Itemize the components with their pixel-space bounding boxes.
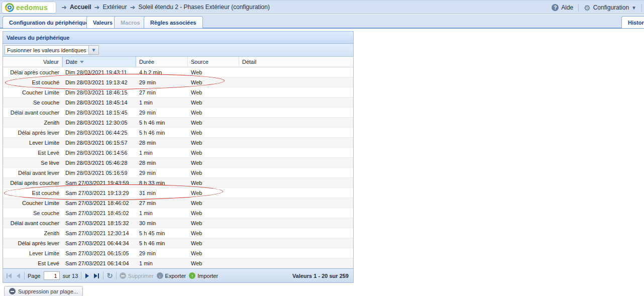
table-row[interactable]: Délai avant lever Dim 28/03/2021 05:16:5… bbox=[3, 168, 353, 178]
eedomus-logo[interactable]: eedomus bbox=[2, 2, 56, 14]
table-row[interactable]: Se couche Dim 28/03/2021 18:45:14 1 min … bbox=[3, 97, 353, 108]
cell-valeur: Se lève bbox=[3, 158, 62, 167]
cell-source: Web bbox=[188, 168, 239, 177]
import-button[interactable]: ↑ Importer bbox=[189, 272, 218, 279]
cell-valeur: Délai après lever bbox=[3, 238, 62, 248]
cell-source: Web bbox=[188, 128, 239, 137]
cell-detail bbox=[239, 218, 353, 228]
table-row[interactable]: Délai après lever Sam 27/03/2021 06:44:3… bbox=[3, 238, 353, 248]
cell-date: Dim 28/03/2021 18:46:15 bbox=[62, 87, 136, 97]
page-total-label: sur 13 bbox=[63, 273, 78, 279]
divider bbox=[578, 4, 579, 12]
cell-source: Web bbox=[188, 67, 239, 77]
cell-duree: 28 min bbox=[136, 138, 188, 147]
cell-source: Web bbox=[188, 218, 239, 228]
help-button[interactable]: ? Aide bbox=[552, 4, 573, 11]
cell-valeur: Délai avant coucher bbox=[3, 108, 62, 117]
cell-date: Dim 28/03/2021 06:44:25 bbox=[62, 128, 136, 137]
configuration-menu-button[interactable]: ⚙ Configuration ▼ bbox=[584, 4, 636, 12]
column-header-date[interactable]: Date bbox=[62, 57, 136, 67]
table-row[interactable]: Se couche Sam 27/03/2021 18:45:02 1 min … bbox=[3, 208, 353, 218]
table-row[interactable]: Coucher Limite Dim 28/03/2021 18:46:15 2… bbox=[3, 87, 353, 97]
cell-date: Dim 28/03/2021 19:13:42 bbox=[62, 77, 136, 87]
merge-values-dropdown-value: Fusionner les valeurs identiques bbox=[5, 45, 89, 55]
cell-duree: 5 h 46 min bbox=[136, 128, 188, 137]
cell-date: Sam 27/03/2021 19:13:29 bbox=[62, 188, 136, 198]
column-header-detail[interactable]: Détail bbox=[239, 57, 353, 67]
column-header-valeur[interactable]: Valeur bbox=[3, 57, 62, 67]
panel-title: Valeurs du périphérique bbox=[3, 32, 353, 44]
cell-detail bbox=[239, 158, 353, 167]
column-header-duree[interactable]: Durée bbox=[136, 57, 188, 67]
cell-valeur: Délai après coucher bbox=[3, 67, 62, 77]
cell-date: Sam 27/03/2021 06:14:04 bbox=[62, 258, 136, 268]
cell-duree: 29 min bbox=[136, 248, 188, 258]
cell-date: Dim 28/03/2021 06:14:56 bbox=[62, 148, 136, 157]
cell-date: Sam 27/03/2021 12:30:14 bbox=[62, 228, 136, 238]
cell-date: Sam 27/03/2021 18:15:32 bbox=[62, 218, 136, 228]
cell-source: Web bbox=[188, 248, 239, 258]
cell-duree: 5 h 45 min bbox=[136, 228, 188, 238]
chevron-down-icon: ▼ bbox=[91, 47, 96, 53]
table-row[interactable]: Zenith Sam 27/03/2021 12:30:14 5 h 45 mi… bbox=[3, 228, 353, 238]
table-row[interactable]: Délai avant coucher Dim 28/03/2021 18:15… bbox=[3, 108, 353, 118]
range-delete-button[interactable]: Suppression par plage... bbox=[4, 286, 83, 296]
table-row[interactable]: Se lève Dim 28/03/2021 05:46:28 28 min W… bbox=[3, 158, 353, 168]
table-row[interactable]: Délai après coucher Dim 28/03/2021 19:43… bbox=[3, 67, 353, 77]
tab-regles-associees[interactable]: Règles associées bbox=[144, 16, 203, 28]
breadcrumb-item-accueil[interactable]: ➜ Accueil bbox=[61, 4, 91, 11]
table-row[interactable]: Lever Limite Dim 28/03/2021 06:15:57 28 … bbox=[3, 138, 353, 148]
arrow-right-icon: ➜ bbox=[130, 4, 136, 11]
pagination-toolbar: Page sur 13 ↻ Supprimer ↓ Exporter ↑ bbox=[3, 268, 353, 282]
table-row[interactable]: Délai après coucher Sam 27/03/2021 19:43… bbox=[3, 178, 353, 188]
next-page-button[interactable] bbox=[84, 272, 90, 279]
table-row[interactable]: Est Levé Dim 28/03/2021 06:14:56 1 min W… bbox=[3, 148, 353, 158]
gear-icon: ⚙ bbox=[584, 4, 590, 12]
cell-duree: 1 min bbox=[136, 208, 188, 218]
divider bbox=[24, 272, 25, 279]
cell-valeur: Se couche bbox=[3, 97, 62, 107]
table-row[interactable]: Délai avant coucher Sam 27/03/2021 18:15… bbox=[3, 218, 353, 228]
cell-valeur: Coucher Limite bbox=[3, 87, 62, 97]
cell-detail bbox=[239, 148, 353, 157]
cell-duree: 31 min bbox=[136, 188, 188, 198]
cell-valeur: Est Levé bbox=[3, 258, 62, 268]
cell-source: Web bbox=[188, 208, 239, 218]
breadcrumb-item-device[interactable]: ➜ Soleil étendu 2 - Phases Extérieur (co… bbox=[130, 4, 270, 11]
cell-duree: 5 h 46 min bbox=[136, 238, 188, 248]
cell-duree: 1 min bbox=[136, 258, 188, 268]
cell-date: Sam 27/03/2021 06:44:34 bbox=[62, 238, 136, 248]
cell-detail bbox=[239, 238, 353, 248]
table-row[interactable]: Est couché Dim 28/03/2021 19:13:42 29 mi… bbox=[3, 77, 353, 87]
last-page-button[interactable] bbox=[93, 272, 100, 279]
cell-date: Dim 28/03/2021 18:45:14 bbox=[62, 97, 136, 107]
cell-date: Sam 27/03/2021 19:43:59 bbox=[62, 178, 136, 187]
table-row[interactable]: Est couché Sam 27/03/2021 19:13:29 31 mi… bbox=[3, 188, 353, 198]
refresh-icon[interactable]: ↻ bbox=[106, 272, 113, 279]
table-row[interactable]: Est Levé Sam 27/03/2021 06:14:04 1 min W… bbox=[3, 258, 353, 268]
merge-values-dropdown[interactable]: Fusionner les valeurs identiques ▼ bbox=[5, 45, 99, 55]
table-row[interactable]: Coucher Limite Sam 27/03/2021 18:46:02 2… bbox=[3, 198, 353, 208]
cell-source: Web bbox=[188, 77, 239, 87]
cell-source: Web bbox=[188, 87, 239, 97]
cell-date: Sam 27/03/2021 06:15:05 bbox=[62, 248, 136, 258]
table-row[interactable]: Lever Limite Sam 27/03/2021 06:15:05 29 … bbox=[3, 248, 353, 258]
tab-historique[interactable]: Historique bbox=[621, 16, 644, 28]
breadcrumb-item-exterieur[interactable]: ➜ Extérieur bbox=[94, 4, 127, 11]
page-number-input[interactable] bbox=[44, 271, 60, 280]
tab-configuration-du-peripherique[interactable]: Configuration du périphérique bbox=[3, 16, 95, 28]
table-row[interactable]: Délai après lever Dim 28/03/2021 06:44:2… bbox=[3, 128, 353, 138]
table-row[interactable]: Zenith Dim 28/03/2021 12:30:05 5 h 46 mi… bbox=[3, 118, 353, 128]
tab-strip: Configuration du périphérique Valeurs Ma… bbox=[0, 15, 644, 29]
help-icon: ? bbox=[552, 4, 559, 11]
dropdown-trigger-button[interactable]: ▼ bbox=[89, 45, 99, 55]
column-header-source[interactable]: Source bbox=[188, 57, 239, 67]
cell-detail bbox=[239, 67, 353, 77]
cell-source: Web bbox=[188, 258, 239, 268]
cell-detail bbox=[239, 118, 353, 127]
top-right-menu: ? Aide ⚙ Configuration ▼ bbox=[552, 1, 642, 15]
divider bbox=[103, 272, 103, 279]
cell-detail bbox=[239, 97, 353, 107]
cell-detail bbox=[239, 128, 353, 137]
export-button[interactable]: ↓ Exporter bbox=[157, 272, 186, 279]
